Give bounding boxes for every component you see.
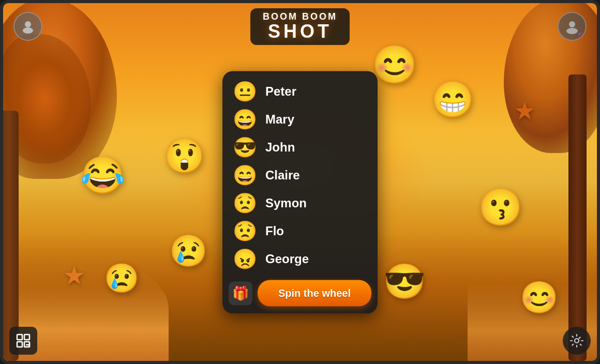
- star-decoration: ★: [63, 261, 86, 291]
- player-item[interactable]: 😠George: [222, 245, 378, 273]
- player-item[interactable]: 😄Claire: [222, 161, 378, 189]
- player-emoji: 😟: [233, 221, 257, 241]
- svg-rect-4: [17, 335, 22, 340]
- player-name: Claire: [265, 168, 300, 183]
- player-name: John: [265, 140, 295, 155]
- spin-button[interactable]: Spin the wheel: [258, 280, 371, 307]
- floating-emoji: 😁: [431, 82, 475, 117]
- floating-emoji: 😢: [169, 236, 208, 267]
- player-item[interactable]: 😄Mary: [222, 105, 378, 133]
- floating-emoji: 😎: [383, 264, 426, 298]
- bottom-bar: [9, 327, 591, 355]
- app-container: 😂😲😢😢😊😁😗😎😊 ★★ BOOM BOOM SHOT 🚫: [0, 0, 600, 364]
- profile-button[interactable]: 🚫: [558, 12, 587, 41]
- floating-emoji: 😗: [478, 189, 523, 225]
- player-emoji: 😎: [233, 138, 257, 157]
- svg-point-0: [25, 21, 31, 27]
- logo-shot: SHOT: [268, 22, 332, 41]
- user-avatar-button[interactable]: [13, 12, 42, 41]
- player-item[interactable]: 😟Flo: [222, 217, 378, 245]
- trunk-right: [568, 74, 587, 361]
- player-panel: 😐Peter😄Mary😎John😄Claire😟Symon😟Flo😠George…: [222, 71, 378, 314]
- player-list: 😐Peter😄Mary😎John😄Claire😟Symon😟Flo😠George: [222, 75, 378, 275]
- star-decoration: ★: [514, 96, 536, 125]
- svg-point-2: [569, 21, 575, 27]
- logo: BOOM BOOM SHOT: [250, 8, 350, 45]
- player-name: Flo: [265, 224, 284, 238]
- player-emoji: 😐: [233, 82, 257, 101]
- player-item[interactable]: 😎John: [222, 133, 378, 161]
- grid-button[interactable]: [9, 327, 37, 355]
- profile-badge: 🚫: [576, 31, 586, 40]
- header: BOOM BOOM SHOT 🚫: [3, 3, 597, 50]
- player-item[interactable]: 😐Peter: [222, 78, 378, 105]
- svg-rect-5: [24, 335, 29, 340]
- floating-emoji: 😲: [163, 139, 205, 173]
- player-emoji: 😟: [233, 193, 257, 213]
- floating-emoji: 😢: [104, 264, 140, 293]
- player-name: George: [265, 252, 309, 266]
- floating-emoji: 😊: [520, 282, 559, 313]
- floating-emoji: 😂: [80, 157, 125, 193]
- gift-button[interactable]: 🎁: [229, 281, 252, 305]
- svg-point-10: [575, 339, 579, 343]
- player-emoji: 😠: [233, 249, 257, 269]
- svg-point-1: [23, 27, 33, 34]
- player-item[interactable]: 😟Symon: [222, 189, 378, 217]
- player-name: Mary: [265, 112, 294, 127]
- floating-emoji: 😊: [371, 46, 418, 83]
- logo-box: BOOM BOOM SHOT: [250, 8, 350, 45]
- player-name: Symon: [265, 196, 307, 210]
- spin-area: 🎁 Spin the wheel: [222, 275, 378, 314]
- player-emoji: 😄: [233, 110, 257, 129]
- svg-rect-6: [17, 342, 22, 347]
- player-emoji: 😄: [233, 165, 257, 185]
- settings-button[interactable]: [563, 327, 591, 355]
- trunk-left: [0, 111, 19, 361]
- player-name: Peter: [265, 84, 296, 99]
